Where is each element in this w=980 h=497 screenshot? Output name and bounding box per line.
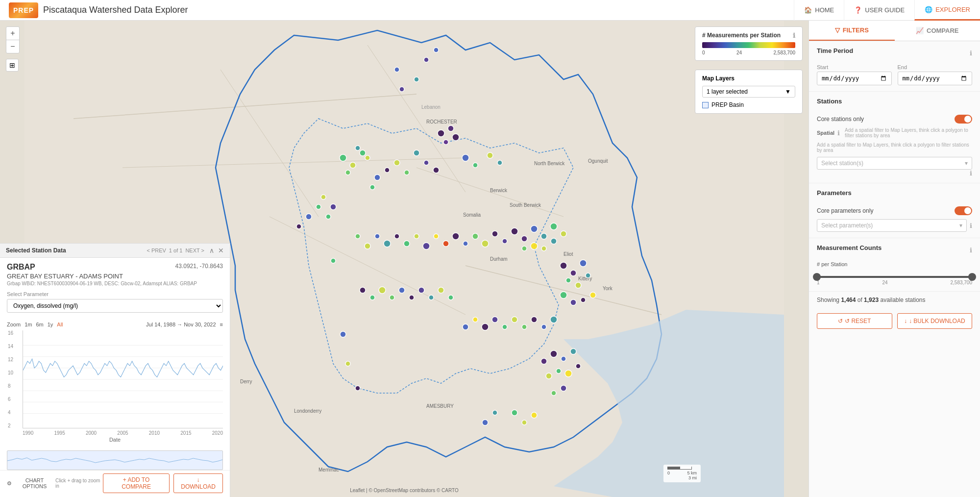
scale-bar: 05 km 3 mi xyxy=(663,465,701,482)
zoom-label: Zoom xyxy=(7,322,21,327)
svg-point-97 xyxy=(502,324,507,329)
svg-point-88 xyxy=(590,292,596,298)
x-axis-labels: 1990199520002005201020152020 xyxy=(23,429,223,437)
svg-point-87 xyxy=(586,273,590,278)
minimize-station-button[interactable]: ∧ xyxy=(209,247,214,254)
nav-explorer[interactable]: 🌐 EXPLORER xyxy=(914,0,980,21)
prep-basin-checkbox[interactable] xyxy=(702,102,709,108)
parameters-section: Parameters Core parameters only Select p… xyxy=(809,183,980,238)
svg-point-82 xyxy=(560,262,567,269)
bulk-download-button[interactable]: ↓ ↓ BULK DOWNLOAD xyxy=(897,313,973,329)
compare-icon: 📈 xyxy=(916,27,924,34)
chart-options-button[interactable]: ⚙ CHART OPTIONS xyxy=(7,477,55,489)
measurement-slider[interactable]: 1 24 2,583,700 xyxy=(817,276,972,285)
time-period-info-icon[interactable]: ℹ xyxy=(970,50,972,57)
nav-guide[interactable]: ❓ USER GUIDE xyxy=(844,0,914,21)
zoom-all[interactable]: All xyxy=(57,322,63,327)
tab-compare[interactable]: 📈 COMPARE xyxy=(895,21,980,41)
svg-point-59 xyxy=(531,243,538,249)
start-date-input[interactable] xyxy=(817,72,892,85)
legend-gradient xyxy=(702,42,795,48)
svg-point-48 xyxy=(487,152,493,158)
svg-point-104 xyxy=(429,295,434,300)
main-chart[interactable] xyxy=(23,330,223,428)
station-bottom-bar: ⚙ CHART OPTIONS Click + drag to zoom in … xyxy=(0,470,230,497)
svg-point-85 xyxy=(566,278,571,283)
zoom-in-button[interactable]: + xyxy=(6,27,19,40)
svg-point-56 xyxy=(502,239,507,244)
reset-icon: ↺ xyxy=(838,318,843,324)
explorer-icon: 🌐 xyxy=(925,6,932,13)
chart-menu-icon[interactable]: ≡ xyxy=(220,322,223,327)
slider-left-thumb[interactable] xyxy=(813,273,821,281)
svg-point-129 xyxy=(492,410,497,415)
add-to-compare-button[interactable]: + ADD TO COMPARE xyxy=(103,473,170,493)
svg-point-109 xyxy=(379,287,386,294)
parameter-select[interactable]: Oxygen, dissolved (mg/l) xyxy=(7,299,223,313)
station-panel-title: Selected Station Data xyxy=(6,247,66,254)
slider-right-thumb[interactable] xyxy=(968,273,976,281)
svg-point-107 xyxy=(399,287,405,293)
svg-point-46 xyxy=(462,154,469,161)
svg-point-58 xyxy=(522,246,527,251)
prep-basin-layer-row[interactable]: PREP Basin xyxy=(702,101,795,108)
close-station-button[interactable]: ✕ xyxy=(218,247,224,254)
svg-point-40 xyxy=(370,185,375,190)
svg-point-30 xyxy=(414,77,419,82)
spatial-hint: Add a spatial filter to Map Layers, thin… xyxy=(845,127,972,138)
core-params-toggle-row: Core parameters only xyxy=(817,206,972,215)
prep-logo: PREP xyxy=(9,2,38,18)
svg-point-29 xyxy=(434,48,439,52)
svg-point-54 xyxy=(550,223,557,230)
time-period-title: Time Period xyxy=(817,47,853,54)
svg-point-28 xyxy=(424,57,429,62)
core-stations-toggle[interactable] xyxy=(955,115,972,124)
legend-info-icon[interactable]: ℹ xyxy=(793,32,795,39)
measurement-info-icon[interactable]: ℹ xyxy=(970,247,972,254)
svg-point-83 xyxy=(570,270,576,276)
mini-chart[interactable] xyxy=(7,450,223,470)
slider-track xyxy=(817,276,972,278)
zoom-6m[interactable]: 6m xyxy=(36,322,43,327)
legend-min: 0 xyxy=(702,50,705,55)
svg-point-126 xyxy=(512,410,517,416)
layer-switcher-button[interactable]: ⊞ xyxy=(6,59,19,72)
svg-text:North Berwick: North Berwick xyxy=(534,161,565,166)
svg-point-38 xyxy=(374,174,380,180)
svg-point-52 xyxy=(531,225,538,232)
svg-point-51 xyxy=(521,236,527,242)
svg-point-23 xyxy=(438,130,444,137)
dropdown-arrow-icon: ▾ xyxy=(965,160,968,167)
stations-info-icon[interactable]: ℹ xyxy=(817,170,972,177)
select-stations-dropdown[interactable]: Select station(s) ▾ xyxy=(817,157,972,170)
svg-point-33 xyxy=(350,162,356,168)
legend-mid: 24 xyxy=(736,50,742,55)
core-params-toggle[interactable] xyxy=(955,206,972,215)
map-layers-title: Map Layers xyxy=(702,75,795,82)
svg-point-70 xyxy=(375,234,380,239)
svg-point-86 xyxy=(575,282,581,288)
station-name: GREAT BAY ESTUARY - ADAMS POINT xyxy=(7,273,123,280)
params-info-icon[interactable]: ℹ xyxy=(970,222,972,229)
spatial-info-icon[interactable]: ℹ xyxy=(837,129,840,137)
select-params-dropdown[interactable]: Select parameter(s) ▾ xyxy=(817,219,967,232)
svg-point-77 xyxy=(443,241,449,247)
prev-station-button[interactable]: < PREV xyxy=(147,248,166,253)
download-button[interactable]: ↓ DOWNLOAD xyxy=(173,473,223,493)
svg-point-27 xyxy=(394,67,399,72)
next-station-button[interactable]: NEXT > xyxy=(185,248,204,253)
svg-point-111 xyxy=(360,287,366,293)
end-date-input[interactable] xyxy=(898,72,973,85)
tab-filters[interactable]: ▽ FILTERS xyxy=(809,21,895,41)
nav-home[interactable]: 🏠 HOME xyxy=(794,0,844,21)
svg-point-34 xyxy=(345,170,350,175)
filters-icon: ▽ xyxy=(835,26,840,34)
chart-zoom-row: Zoom 1m 6m 1y All Jul 14, 1988 → Nov 30,… xyxy=(7,322,223,327)
map-layers-select[interactable]: 1 layer selected ▼ xyxy=(702,86,795,98)
zoom-1y[interactable]: 1y xyxy=(48,322,53,327)
svg-point-37 xyxy=(365,155,370,160)
svg-point-108 xyxy=(390,295,394,300)
reset-button[interactable]: ↺ ↺ RESET xyxy=(817,313,892,329)
zoom-out-button[interactable]: − xyxy=(6,40,19,53)
zoom-1m[interactable]: 1m xyxy=(24,322,32,327)
